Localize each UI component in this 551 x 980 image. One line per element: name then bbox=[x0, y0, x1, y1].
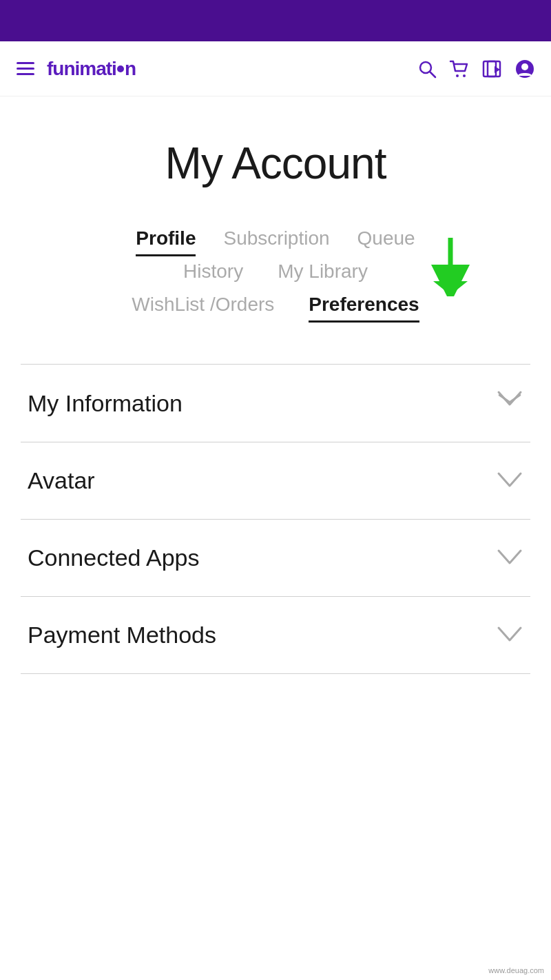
user-account-icon[interactable] bbox=[515, 59, 534, 79]
accordion-label-connected-apps: Connected Apps bbox=[28, 544, 200, 571]
accordion-section-connected-apps: Connected Apps bbox=[21, 519, 530, 596]
watermark: www.deuag.com bbox=[488, 966, 544, 974]
tab-profile[interactable]: Profile bbox=[122, 223, 209, 256]
accordion-header-connected-apps[interactable]: Connected Apps bbox=[21, 520, 530, 596]
tab-history[interactable]: History bbox=[169, 256, 257, 289]
accordion-section-payment-methods: Payment Methods bbox=[21, 596, 530, 674]
accordion-section-my-information: My Information bbox=[21, 364, 530, 442]
svg-point-8 bbox=[521, 63, 528, 70]
accordion-header-payment-methods[interactable]: Payment Methods bbox=[21, 597, 530, 673]
tabs-row-3: WishList /Orders Preferences bbox=[21, 289, 530, 323]
svg-marker-11 bbox=[433, 281, 468, 295]
logo-dot-icon bbox=[117, 65, 124, 72]
svg-point-3 bbox=[463, 74, 466, 77]
accordion-sections: My Information Avatar Connec bbox=[21, 364, 530, 674]
chevron-down-icon-avatar bbox=[496, 471, 523, 491]
logo-text: funimatin bbox=[47, 58, 136, 80]
top-banner bbox=[0, 0, 551, 41]
tab-subscription[interactable]: Subscription bbox=[209, 223, 343, 256]
header: funimatin bbox=[0, 41, 551, 96]
chevron-down-icon-payment-methods bbox=[496, 625, 523, 646]
svg-point-2 bbox=[456, 74, 459, 77]
funimation-logo[interactable]: funimatin bbox=[47, 58, 136, 80]
accordion-section-avatar: Avatar bbox=[21, 442, 530, 519]
svg-line-1 bbox=[430, 72, 435, 77]
tab-my-library[interactable]: My Library bbox=[264, 256, 382, 289]
chevron-down-icon-my-information bbox=[496, 389, 523, 417]
cart-icon[interactable] bbox=[449, 59, 470, 79]
main-content: My Account Profile Subscription Queue Hi… bbox=[0, 96, 551, 702]
chevron-down-icon-connected-apps bbox=[496, 548, 523, 569]
tab-preferences[interactable]: Preferences bbox=[295, 289, 433, 323]
page-title: My Account bbox=[21, 138, 530, 189]
accordion-header-my-information[interactable]: My Information bbox=[21, 365, 530, 442]
accordion-header-avatar[interactable]: Avatar bbox=[21, 442, 530, 519]
tab-wishlist-orders[interactable]: WishList /Orders bbox=[118, 289, 288, 323]
header-left: funimatin bbox=[17, 58, 136, 80]
accordion-label-payment-methods: Payment Methods bbox=[28, 622, 216, 649]
annotation-arrow bbox=[413, 234, 475, 301]
header-right bbox=[417, 59, 534, 79]
svg-rect-4 bbox=[484, 61, 496, 76]
queue-icon[interactable] bbox=[482, 59, 503, 79]
search-icon[interactable] bbox=[417, 59, 437, 79]
hamburger-menu-button[interactable] bbox=[17, 62, 34, 75]
tabs-container: Profile Subscription Queue History My Li… bbox=[21, 223, 530, 323]
accordion-label-my-information: My Information bbox=[28, 390, 183, 417]
accordion-label-avatar: Avatar bbox=[28, 467, 95, 494]
